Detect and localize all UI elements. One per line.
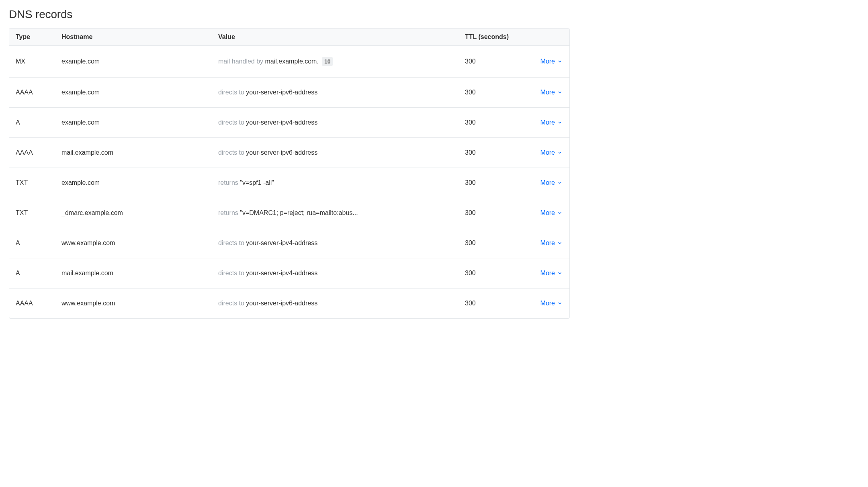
chevron-down-icon: [557, 211, 562, 215]
table-row: AAAAexample.comdirects to your-server-ip…: [9, 78, 569, 108]
table-row: TXT_dmarc.example.comreturns "v=DMARC1; …: [9, 198, 569, 228]
table-row: AAAAwww.example.comdirects to your-serve…: [9, 289, 569, 318]
cell-type: TXT: [9, 209, 61, 217]
value-prefix: mail handled by: [218, 58, 265, 65]
chevron-down-icon: [557, 301, 562, 306]
cell-type: A: [9, 119, 61, 126]
cell-value: mail handled by mail.example.com.10: [218, 57, 465, 66]
value-prefix: directs to: [218, 119, 246, 126]
cell-actions: More: [525, 239, 569, 247]
cell-type: AAAA: [9, 149, 61, 156]
cell-hostname: www.example.com: [61, 239, 218, 247]
chevron-down-icon: [557, 59, 562, 64]
value-prefix: directs to: [218, 300, 246, 307]
more-button[interactable]: More: [540, 179, 562, 186]
value-text: your-server-ipv4-address: [246, 119, 317, 126]
cell-hostname: example.com: [61, 119, 218, 126]
value-text: your-server-ipv6-address: [246, 89, 317, 96]
cell-actions: More: [525, 58, 569, 65]
cell-hostname: example.com: [61, 179, 218, 186]
value-prefix: returns: [218, 209, 240, 216]
value-prefix: directs to: [218, 239, 246, 246]
dns-records-table: Type Hostname Value TTL (seconds) MXexam…: [9, 28, 570, 319]
chevron-down-icon: [557, 90, 562, 95]
cell-ttl: 300: [465, 179, 525, 186]
cell-value: directs to your-server-ipv4-address: [218, 270, 465, 277]
more-button-label: More: [540, 58, 555, 65]
table-header-row: Type Hostname Value TTL (seconds): [9, 29, 569, 46]
more-button-label: More: [540, 89, 555, 96]
cell-ttl: 300: [465, 149, 525, 156]
value-prefix: directs to: [218, 270, 246, 276]
priority-badge: 10: [322, 57, 333, 66]
more-button[interactable]: More: [540, 300, 562, 307]
more-button-label: More: [540, 179, 555, 186]
cell-type: AAAA: [9, 300, 61, 307]
chevron-down-icon: [557, 271, 562, 276]
cell-actions: More: [525, 119, 569, 126]
cell-actions: More: [525, 300, 569, 307]
cell-ttl: 300: [465, 89, 525, 96]
cell-hostname: www.example.com: [61, 300, 218, 307]
cell-hostname: mail.example.com: [61, 149, 218, 156]
more-button-label: More: [540, 239, 555, 247]
value-prefix: returns: [218, 179, 240, 186]
more-button-label: More: [540, 270, 555, 277]
cell-hostname: mail.example.com: [61, 270, 218, 277]
column-header-ttl: TTL (seconds): [465, 33, 525, 41]
value-text: "v=DMARC1; p=reject; rua=mailto:abus...: [240, 209, 358, 216]
chevron-down-icon: [557, 150, 562, 155]
cell-value: directs to your-server-ipv6-address: [218, 149, 465, 156]
value-text: your-server-ipv4-address: [246, 270, 317, 276]
more-button[interactable]: More: [540, 149, 562, 156]
more-button-label: More: [540, 149, 555, 156]
chevron-down-icon: [557, 180, 562, 185]
value-prefix: directs to: [218, 89, 246, 96]
cell-value: directs to your-server-ipv4-address: [218, 239, 465, 247]
cell-type: A: [9, 270, 61, 277]
more-button[interactable]: More: [540, 119, 562, 126]
table-row: MXexample.commail handled by mail.exampl…: [9, 46, 569, 78]
more-button-label: More: [540, 119, 555, 126]
cell-value: directs to your-server-ipv4-address: [218, 119, 465, 126]
page-title: DNS records: [9, 8, 570, 21]
chevron-down-icon: [557, 120, 562, 125]
cell-type: A: [9, 239, 61, 247]
value-text: your-server-ipv6-address: [246, 300, 317, 307]
table-row: Aexample.comdirects to your-server-ipv4-…: [9, 108, 569, 138]
cell-type: TXT: [9, 179, 61, 186]
more-button[interactable]: More: [540, 270, 562, 277]
value-text: mail.example.com.: [265, 58, 319, 65]
cell-value: directs to your-server-ipv6-address: [218, 300, 465, 307]
more-button[interactable]: More: [540, 239, 562, 247]
cell-actions: More: [525, 179, 569, 186]
cell-type: MX: [9, 58, 61, 65]
value-text: your-server-ipv6-address: [246, 149, 317, 156]
cell-actions: More: [525, 89, 569, 96]
cell-type: AAAA: [9, 89, 61, 96]
column-header-value: Value: [218, 33, 465, 41]
more-button[interactable]: More: [540, 209, 562, 217]
more-button-label: More: [540, 300, 555, 307]
cell-actions: More: [525, 209, 569, 217]
cell-ttl: 300: [465, 119, 525, 126]
value-prefix: directs to: [218, 149, 246, 156]
value-text: "v=spf1 -all": [240, 179, 274, 186]
cell-ttl: 300: [465, 209, 525, 217]
cell-ttl: 300: [465, 300, 525, 307]
cell-ttl: 300: [465, 239, 525, 247]
chevron-down-icon: [557, 241, 562, 246]
more-button-label: More: [540, 209, 555, 217]
column-header-hostname: Hostname: [61, 33, 218, 41]
more-button[interactable]: More: [540, 58, 562, 65]
value-text: your-server-ipv4-address: [246, 239, 317, 246]
cell-hostname: _dmarc.example.com: [61, 209, 218, 217]
cell-value: returns "v=DMARC1; p=reject; rua=mailto:…: [218, 209, 465, 217]
cell-actions: More: [525, 270, 569, 277]
more-button[interactable]: More: [540, 89, 562, 96]
table-row: AAAAmail.example.comdirects to your-serv…: [9, 138, 569, 168]
cell-hostname: example.com: [61, 89, 218, 96]
cell-hostname: example.com: [61, 58, 218, 65]
cell-value: directs to your-server-ipv6-address: [218, 89, 465, 96]
cell-value: returns "v=spf1 -all": [218, 179, 465, 186]
